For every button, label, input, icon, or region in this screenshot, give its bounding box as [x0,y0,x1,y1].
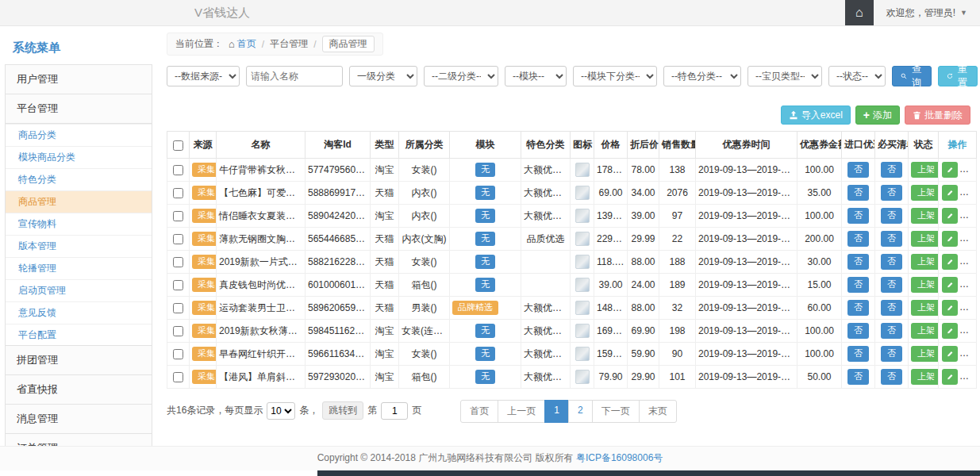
item-type-select[interactable]: --宝贝类型-- [747,66,822,86]
row-checkbox[interactable] [173,280,183,290]
table-row: 采集真皮钱包时尚优雅女士...601000601341天猫箱包()无39.002… [167,274,977,297]
edit-button[interactable] [942,254,958,270]
edit-button[interactable] [942,346,958,362]
import-select-toggle[interactable]: 否 [847,185,869,200]
must-buy-toggle[interactable]: 否 [881,277,902,292]
feature-category-select[interactable]: --特色分类-- [663,66,741,86]
cell-coupon-time: 2019-09-13—2019-09-20 [696,274,797,297]
must-buy-toggle[interactable]: 否 [881,346,902,361]
row-checkbox[interactable] [173,326,183,336]
status-button[interactable]: 上架 [911,369,939,384]
data-source-select[interactable]: --数据来源-- [167,66,240,86]
sidebar-item-0[interactable]: 用户管理 [5,64,152,94]
sidebar-item-2[interactable]: 拼团管理 [5,345,152,375]
must-buy-toggle[interactable]: 否 [881,369,902,384]
page-button-0[interactable]: 首页 [460,400,498,423]
status-button[interactable]: 上架 [911,162,939,177]
sidebar-subitem-8[interactable]: 意见反馈 [6,301,152,324]
user-menu[interactable]: 欢迎您，管理员! ▼ [874,0,980,25]
page-button-1[interactable]: 上一页 [498,400,545,423]
status-button[interactable]: 上架 [911,277,939,292]
sidebar-subitem-9[interactable]: 平台配置 [6,324,152,346]
import-select-toggle[interactable]: 否 [847,369,869,384]
breadcrumb-section[interactable]: 平台管理 [270,37,308,51]
edit-button[interactable] [942,300,958,316]
edit-button[interactable] [942,231,958,247]
sidebar-subitem-2[interactable]: 特色分类 [6,168,152,190]
edit-button[interactable] [942,185,958,201]
import-select-toggle[interactable]: 否 [847,231,869,246]
page-button-4[interactable]: 下一页 [592,400,640,423]
edit-button[interactable] [942,162,958,178]
row-checkbox[interactable] [173,257,183,267]
reset-button[interactable]: 重置 [938,66,978,86]
module-subcategory-select[interactable]: --模块下分类-- [573,66,657,86]
import-select-toggle[interactable]: 否 [847,254,869,269]
add-button[interactable]: + 添加 [855,106,900,125]
search-button[interactable]: 查询 [892,66,932,86]
edit-button[interactable] [942,323,958,339]
row-checkbox[interactable] [173,188,183,198]
level2-category-select[interactable]: --二级分类-- [424,66,498,86]
status-button[interactable]: 上架 [911,185,939,200]
must-buy-toggle[interactable]: 否 [881,185,902,200]
must-buy-toggle[interactable]: 否 [881,208,902,223]
batch-delete-button[interactable]: 批量删除 [905,106,970,125]
import-select-toggle[interactable]: 否 [847,323,869,338]
import-select-toggle[interactable]: 否 [847,208,869,223]
edit-button[interactable] [942,208,958,224]
level1-category-select[interactable]: 一级分类 [349,66,417,86]
import-excel-button[interactable]: 导入excel [781,106,851,125]
sidebar-subitem-7[interactable]: 启动页管理 [6,279,152,301]
must-buy-toggle[interactable]: 否 [881,231,902,246]
status-button[interactable]: 上架 [911,300,939,315]
page-button-3[interactable]: 2 [568,400,593,423]
import-select-toggle[interactable]: 否 [847,162,869,177]
cell-taoke-id: 589042420344 [306,205,371,228]
sidebar-item-1[interactable]: 平台管理 [5,94,152,124]
edit-button[interactable] [942,277,958,293]
sidebar-item-3[interactable]: 省直快报 [5,374,152,405]
row-checkbox[interactable] [173,349,183,359]
status-button[interactable]: 上架 [911,323,939,338]
status-select[interactable]: --状态-- [828,66,886,86]
row-checkbox[interactable] [173,211,183,221]
must-buy-toggle[interactable]: 否 [881,254,902,269]
row-checkbox[interactable] [173,303,183,313]
icp-link[interactable]: 粤ICP备16098006号 [576,452,663,463]
sidebar-item-4[interactable]: 消息管理 [5,404,152,434]
breadcrumb-home-link[interactable]: ⌂ 首页 [229,37,256,51]
home-button[interactable]: ⌂ [845,0,874,25]
select-all-checkbox[interactable] [173,140,183,151]
cell-price: 169.90 [594,320,628,343]
sidebar-subitem-4[interactable]: 宣传物料 [6,213,152,235]
row-checkbox[interactable] [173,165,183,175]
breadcrumb-current: 商品管理 [322,36,375,52]
page-button-2[interactable]: 1 [544,400,569,423]
import-select-toggle[interactable]: 否 [847,277,869,292]
sidebar-subitem-6[interactable]: 轮播管理 [6,257,152,279]
sidebar-subitem-0[interactable]: 商品分类 [6,124,152,146]
status-button[interactable]: 上架 [911,231,939,246]
name-input[interactable] [246,66,343,86]
cell-type: 天猫 [371,251,399,274]
status-button[interactable]: 上架 [911,208,939,223]
jump-page-input[interactable] [381,402,408,420]
page-size-select[interactable]: 10 [267,402,295,420]
row-checkbox[interactable] [173,372,183,382]
jump-button[interactable]: 跳转到 [322,401,363,420]
must-buy-toggle[interactable]: 否 [881,162,902,177]
must-buy-toggle[interactable]: 否 [881,300,902,315]
sidebar-subitem-5[interactable]: 版本管理 [6,235,152,257]
sidebar-subitem-1[interactable]: 模块商品分类 [6,146,152,168]
status-button[interactable]: 上架 [911,346,939,361]
row-checkbox[interactable] [173,234,183,244]
import-select-toggle[interactable]: 否 [847,300,869,315]
must-buy-toggle[interactable]: 否 [881,323,902,338]
sidebar-subitem-3[interactable]: 商品管理 [6,190,152,213]
page-button-5[interactable]: 末页 [639,400,677,423]
module-select[interactable]: --模块-- [505,66,567,86]
edit-button[interactable] [942,369,958,385]
import-select-toggle[interactable]: 否 [847,346,869,361]
status-button[interactable]: 上架 [911,254,939,269]
